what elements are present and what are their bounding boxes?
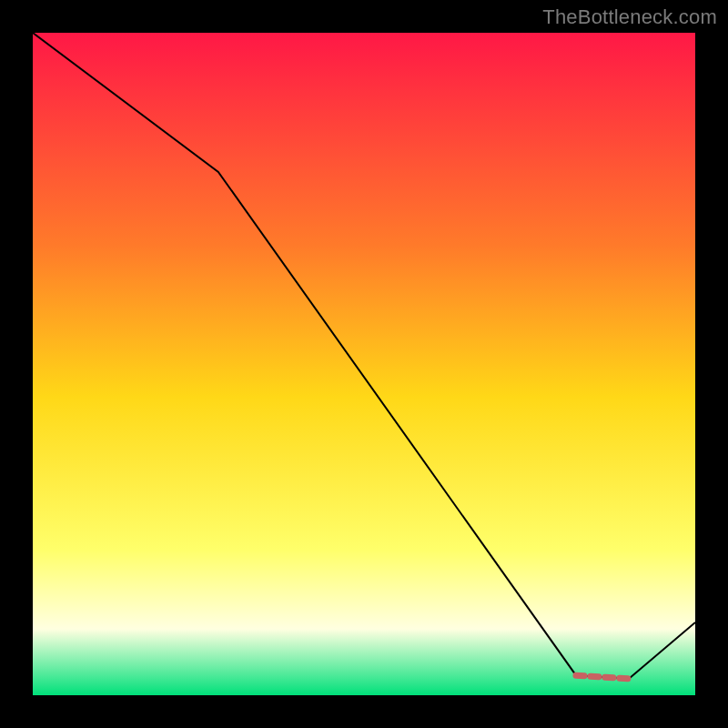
watermark-text: TheBottleneck.com <box>542 5 717 29</box>
highlight-dash-segment <box>576 675 629 679</box>
plot-area <box>33 33 695 695</box>
chart-svg <box>33 33 695 695</box>
gradient-background <box>33 33 695 695</box>
chart-frame: TheBottleneck.com <box>0 0 728 728</box>
